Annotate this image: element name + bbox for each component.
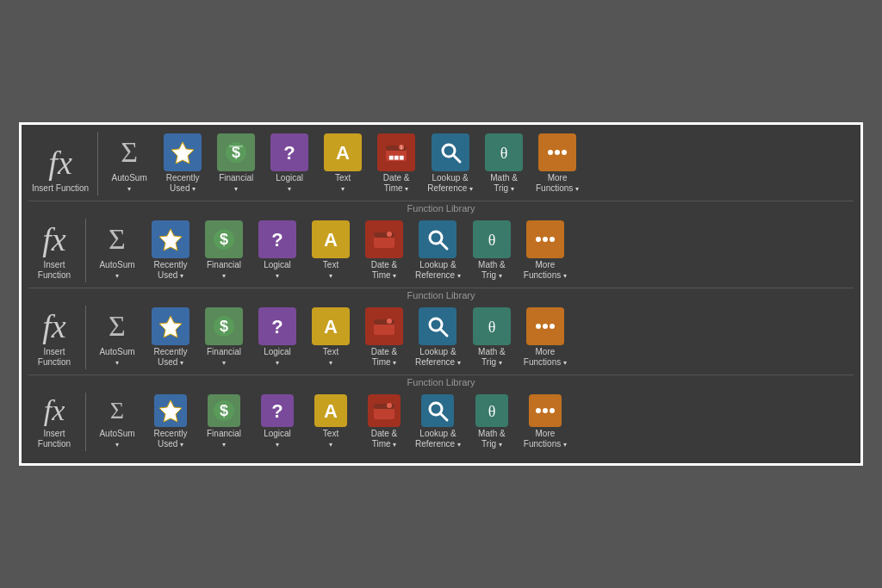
insert-function-btn-3[interactable]: fx InsertFunction xyxy=(28,306,80,369)
lookup-label-2: Lookup &Reference ▾ xyxy=(415,260,461,281)
mathtrig-icon: θ xyxy=(485,133,523,171)
text-btn-4[interactable]: A Text▾ xyxy=(305,393,357,451)
svg-text:A: A xyxy=(324,400,338,422)
datetime-btn-4[interactable]: Date &Time ▾ xyxy=(358,393,410,451)
datetime-btn-2[interactable]: Date &Time ▾ xyxy=(358,219,410,282)
recently-used-btn-4[interactable]: RecentlyUsed ▾ xyxy=(145,393,196,451)
svg-point-62 xyxy=(550,324,555,329)
svg-text:?: ? xyxy=(271,229,283,251)
svg-point-82 xyxy=(550,408,555,413)
logical-btn-4[interactable]: ? Logical▾ xyxy=(252,393,303,451)
autosum-icon: Σ xyxy=(110,133,148,171)
text-icon-2: A xyxy=(312,220,350,258)
more-functions-btn-4[interactable]: MoreFunctions ▾ xyxy=(519,393,571,451)
financial-icon-4: $ xyxy=(208,394,240,427)
svg-rect-3 xyxy=(229,145,243,147)
recently-used-label: RecentlyUsed ▾ xyxy=(166,173,200,194)
datetime-label: Date &Time ▾ xyxy=(383,173,410,194)
mathtrig-btn-4[interactable]: θ Math &Trig ▾ xyxy=(466,393,518,451)
mathtrig-btn-2[interactable]: θ Math &Trig ▾ xyxy=(466,219,518,282)
financial-label-2: Financial▾ xyxy=(207,260,241,281)
function-row-3: fx InsertFunction Σ AutoSum▾ RecentlyUse… xyxy=(28,306,854,373)
svg-text:θ: θ xyxy=(488,319,496,336)
financial-label: Financial▾ xyxy=(219,173,253,194)
text-btn-2[interactable]: A Text▾ xyxy=(305,219,357,282)
insert-function-btn-4[interactable]: fx InsertFunction xyxy=(28,393,80,451)
datetime-btn[interactable]: ■■■ 1 Date &Time ▾ xyxy=(370,132,422,195)
lookup-btn-2[interactable]: Lookup &Reference ▾ xyxy=(412,219,464,282)
lookup-btn-3[interactable]: Lookup &Reference ▾ xyxy=(412,306,464,369)
datetime-label-3: Date &Time ▾ xyxy=(371,347,398,368)
autosum-btn-3[interactable]: Σ AutoSum▾ xyxy=(91,306,143,369)
svg-point-73 xyxy=(387,403,392,408)
mathtrig-icon-2: θ xyxy=(473,220,511,258)
logical-icon-2: ? xyxy=(258,220,296,258)
financial-btn-2[interactable]: $ Financial▾ xyxy=(198,219,250,282)
logical-btn[interactable]: ? Logical▾ xyxy=(264,132,315,195)
autosum-btn-2[interactable]: Σ AutoSum▾ xyxy=(91,219,143,282)
text-btn[interactable]: A Text▾ xyxy=(317,132,369,195)
lookup-label: Lookup &Reference ▾ xyxy=(427,173,473,194)
more-functions-label-2: MoreFunctions ▾ xyxy=(524,260,567,281)
text-label: Text▾ xyxy=(335,173,351,194)
insert-function-icon: fx xyxy=(48,144,71,182)
logical-btn-2[interactable]: ? Logical▾ xyxy=(252,219,303,282)
insert-function-icon-4: fx xyxy=(38,394,71,427)
ribbon-row-3: fx InsertFunction Σ AutoSum▾ RecentlyUse… xyxy=(28,306,854,391)
financial-label-4: Financial▾ xyxy=(207,429,241,449)
svg-text:$: $ xyxy=(220,402,228,419)
ribbon-container: fx Insert Function Σ AutoSum▾ RecentlyUs… xyxy=(19,122,863,466)
svg-point-60 xyxy=(536,324,541,329)
financial-icon-3: $ xyxy=(205,307,243,345)
recently-used-btn[interactable]: RecentlyUsed ▾ xyxy=(157,132,208,195)
financial-btn-3[interactable]: $ Financial▾ xyxy=(198,306,250,369)
svg-text:A: A xyxy=(324,316,338,337)
lookup-icon xyxy=(432,133,469,171)
svg-text:θ: θ xyxy=(488,403,496,420)
lookup-btn-4[interactable]: Lookup &Reference ▾ xyxy=(412,393,464,451)
svg-marker-23 xyxy=(159,229,182,251)
mathtrig-btn[interactable]: θ Math &Trig ▾ xyxy=(478,132,530,195)
section-label-2: Function Library xyxy=(28,288,854,304)
insert-function-label: Insert Function xyxy=(32,183,89,194)
financial-btn-4[interactable]: $ Financial▾ xyxy=(198,393,250,451)
recently-used-icon xyxy=(164,133,202,171)
logical-btn-3[interactable]: ? Logical▾ xyxy=(252,306,303,369)
svg-text:?: ? xyxy=(271,316,283,337)
lookup-label-4: Lookup &Reference ▾ xyxy=(415,429,461,449)
mathtrig-label-2: Math &Trig ▾ xyxy=(478,260,506,281)
text-btn-3[interactable]: A Text▾ xyxy=(305,306,357,369)
svg-point-22 xyxy=(562,150,567,155)
autosum-btn-4[interactable]: Σ AutoSum▾ xyxy=(91,393,143,451)
ribbon-row-2: fx InsertFunction Σ AutoSum▾ RecentlyUse… xyxy=(28,219,854,304)
logical-icon-3: ? xyxy=(258,307,296,345)
ribbon-row-1: fx Insert Function Σ AutoSum▾ RecentlyUs… xyxy=(28,132,854,217)
more-functions-btn-3[interactable]: MoreFunctions ▾ xyxy=(519,306,571,369)
recently-used-icon-4 xyxy=(154,394,187,427)
insert-function-icon-3: fx xyxy=(42,307,65,345)
more-functions-btn[interactable]: MoreFunctions ▾ xyxy=(531,132,583,195)
insert-function-label-3: InsertFunction xyxy=(38,347,71,368)
more-functions-label-3: MoreFunctions ▾ xyxy=(524,347,567,368)
text-icon-3: A xyxy=(312,307,350,345)
function-row-4: fx InsertFunction Σ AutoSum▾ RecentlyUse… xyxy=(28,393,854,455)
financial-btn[interactable]: $ Financial▾ xyxy=(210,132,262,195)
datetime-label-4: Date &Time ▾ xyxy=(371,429,398,449)
svg-text:■■■: ■■■ xyxy=(388,152,404,162)
lookup-btn[interactable]: Lookup &Reference ▾ xyxy=(424,132,476,195)
autosum-label: AutoSum▾ xyxy=(112,173,147,194)
recently-used-btn-3[interactable]: RecentlyUsed ▾ xyxy=(145,306,196,369)
autosum-icon-4: Σ xyxy=(101,394,134,427)
mathtrig-btn-3[interactable]: θ Math &Trig ▾ xyxy=(466,306,518,369)
insert-function-btn-2[interactable]: fx InsertFunction xyxy=(28,219,80,282)
autosum-btn[interactable]: Σ AutoSum▾ xyxy=(103,132,155,195)
datetime-icon-2 xyxy=(365,220,403,258)
more-functions-btn-2[interactable]: MoreFunctions ▾ xyxy=(519,219,571,282)
svg-text:?: ? xyxy=(271,400,283,422)
datetime-btn-3[interactable]: Date &Time ▾ xyxy=(358,306,410,369)
divider-4 xyxy=(85,393,86,451)
svg-text:?: ? xyxy=(283,142,295,164)
recently-used-btn-2[interactable]: RecentlyUsed ▾ xyxy=(145,219,196,282)
insert-function-btn[interactable]: fx Insert Function xyxy=(28,142,92,195)
ribbon-row-4: fx InsertFunction Σ AutoSum▾ RecentlyUse… xyxy=(28,393,854,455)
